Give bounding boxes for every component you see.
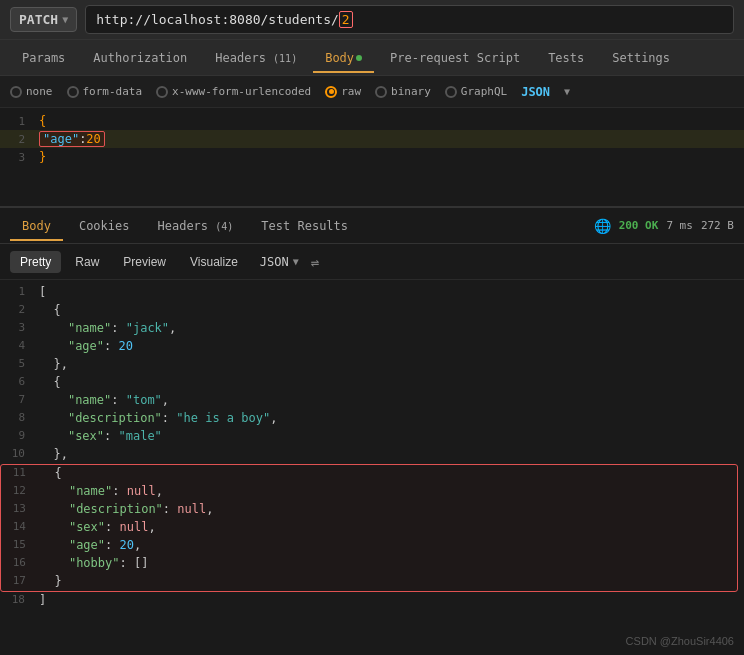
- response-format-select[interactable]: JSON ▼: [260, 255, 299, 269]
- status-code: 200 OK: [619, 219, 659, 232]
- radio-graphql: [445, 86, 457, 98]
- response-format-arrow: ▼: [293, 256, 299, 267]
- editor-line-2: 2 "age":20: [0, 130, 744, 148]
- resp-line-17: 17 }: [1, 573, 737, 591]
- resp-line-1: 1 [: [0, 284, 744, 302]
- editor-line-3: 3 }: [0, 148, 744, 166]
- resp-line-8: 8 "description": "he is a boy",: [0, 410, 744, 428]
- resp-line-15: 15 "age": 20,: [1, 537, 737, 555]
- option-raw[interactable]: raw: [325, 85, 361, 98]
- globe-icon: 🌐: [594, 218, 611, 234]
- resp-line-11: 11 {: [1, 465, 737, 483]
- tab-params[interactable]: Params: [10, 43, 77, 73]
- tab-test-results[interactable]: Test Results: [249, 211, 360, 241]
- tab-headers[interactable]: Headers (11): [203, 43, 309, 73]
- response-body: 1 [ 2 { 3 "name": "jack", 4 "age": 20 5 …: [0, 280, 744, 640]
- body-options: none form-data x-www-form-urlencoded raw…: [0, 76, 744, 108]
- resp-line-2: 2 {: [0, 302, 744, 320]
- option-graphql[interactable]: GraphQL: [445, 85, 507, 98]
- option-form-data[interactable]: form-data: [67, 85, 143, 98]
- request-body-editor[interactable]: 1 { 2 "age":20 3 }: [0, 108, 744, 208]
- radio-binary: [375, 86, 387, 98]
- tab-body[interactable]: Body: [313, 43, 374, 73]
- radio-urlencoded: [156, 86, 168, 98]
- resp-line-6: 6 {: [0, 374, 744, 392]
- view-pretty[interactable]: Pretty: [10, 251, 61, 273]
- response-tab-bar: Body Cookies Headers (4) Test Results 🌐 …: [0, 208, 744, 244]
- option-urlencoded[interactable]: x-www-form-urlencoded: [156, 85, 311, 98]
- age-field-highlight: "age":20: [39, 131, 105, 147]
- watermark: CSDN @ZhouSir4406: [626, 635, 734, 647]
- resp-line-12: 12 "name": null,: [1, 483, 737, 501]
- method-arrow: ▼: [62, 14, 68, 25]
- resp-line-16: 16 "hobby": []: [1, 555, 737, 573]
- json-format-select[interactable]: JSON: [521, 85, 550, 99]
- response-format-label: JSON: [260, 255, 289, 269]
- tab-tests[interactable]: Tests: [536, 43, 596, 73]
- tab-pre-request[interactable]: Pre-request Script: [378, 43, 532, 73]
- url-highlight: 2: [339, 11, 353, 28]
- radio-form-data: [67, 86, 79, 98]
- resp-line-4: 4 "age": 20: [0, 338, 744, 356]
- radio-raw: [325, 86, 337, 98]
- highlighted-object-block: 11 { 12 "name": null, 13 "description": …: [0, 464, 738, 592]
- request-tab-bar: Params Authorization Headers (11) Body P…: [0, 40, 744, 76]
- tab-settings[interactable]: Settings: [600, 43, 682, 73]
- tab-authorization[interactable]: Authorization: [81, 43, 199, 73]
- url-base: http://localhost:8080/students/: [96, 12, 339, 27]
- method-label: PATCH: [19, 12, 58, 27]
- method-selector[interactable]: PATCH ▼: [10, 7, 77, 32]
- status-size: 272 B: [701, 219, 734, 232]
- editor-line-1: 1 {: [0, 112, 744, 130]
- tab-response-headers[interactable]: Headers (4): [145, 211, 245, 241]
- option-binary[interactable]: binary: [375, 85, 431, 98]
- tab-cookies[interactable]: Cookies: [67, 211, 142, 241]
- resp-line-13: 13 "description": null,: [1, 501, 737, 519]
- resp-line-5: 5 },: [0, 356, 744, 374]
- view-options: Pretty Raw Preview Visualize JSON ▼ ⇌: [0, 244, 744, 280]
- resp-line-14: 14 "sex": null,: [1, 519, 737, 537]
- resp-line-7: 7 "name": "tom",: [0, 392, 744, 410]
- json-format-arrow[interactable]: ▼: [564, 86, 570, 97]
- resp-line-10: 10 },: [0, 446, 744, 464]
- resp-line-9: 9 "sex": "male": [0, 428, 744, 446]
- wrap-icon[interactable]: ⇌: [311, 254, 319, 270]
- view-raw[interactable]: Raw: [65, 251, 109, 273]
- view-preview[interactable]: Preview: [113, 251, 176, 273]
- tab-response-body[interactable]: Body: [10, 211, 63, 241]
- headers-badge: (11): [273, 53, 297, 64]
- resp-line-18: 18 ]: [0, 592, 744, 610]
- status-info: 🌐 200 OK 7 ms 272 B: [594, 218, 734, 234]
- view-visualize[interactable]: Visualize: [180, 251, 248, 273]
- option-none[interactable]: none: [10, 85, 53, 98]
- resp-line-3: 3 "name": "jack",: [0, 320, 744, 338]
- body-dot: [356, 55, 362, 61]
- status-time: 7 ms: [666, 219, 693, 232]
- radio-none: [10, 86, 22, 98]
- top-bar: PATCH ▼ http://localhost:8080/students/2: [0, 0, 744, 40]
- url-bar[interactable]: http://localhost:8080/students/2: [85, 5, 734, 34]
